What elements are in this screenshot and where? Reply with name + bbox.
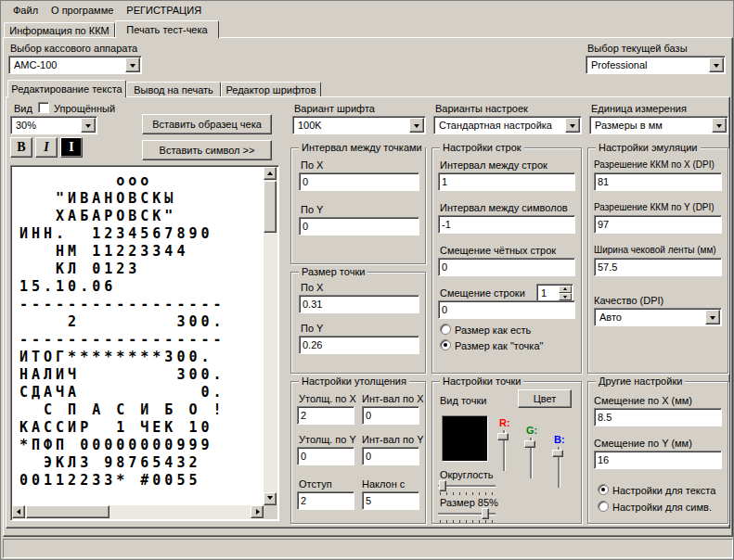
line-shift-spinner[interactable]: 1 [536, 284, 573, 302]
group-dot-interval-title: Интервал между точками [299, 143, 425, 153]
dot-interval-y-input[interactable] [299, 217, 419, 235]
chevron-down-icon [716, 124, 722, 131]
arrow-up-icon [563, 286, 567, 290]
vertical-scroll-thumb[interactable] [264, 181, 277, 233]
roundness-slider[interactable] [438, 480, 496, 495]
vertical-scrollbar[interactable] [264, 167, 277, 505]
dot-size-slider[interactable] [438, 508, 496, 523]
tab-edit-text[interactable]: Редактирование текста [7, 80, 126, 97]
offset-x-input[interactable] [594, 408, 722, 426]
zoom-dropdown-button[interactable] [81, 118, 96, 133]
menu-registration[interactable]: РЕГИСТРАЦИЯ [120, 2, 208, 19]
device-select-combo[interactable]: АМС-100 [8, 56, 142, 74]
group-dot-interval: Интервал между точками По X По Y [290, 147, 426, 264]
dpi-y-input[interactable] [594, 215, 722, 234]
indent-input[interactable] [297, 491, 354, 510]
device-select-value: АМС-100 [14, 59, 57, 70]
tab-kkm-info[interactable]: Информация по ККМ [4, 22, 115, 38]
line-shift-input[interactable] [438, 300, 575, 319]
interval-x-input[interactable] [362, 406, 419, 425]
base-select-label: Выбор текущей базы [587, 43, 688, 54]
tab-print-output[interactable]: Вывод на печать [126, 82, 221, 96]
italic-button[interactable]: I [35, 137, 58, 158]
receipt-preview-area[interactable]: ооо "ИВАНОВСКЫ ХАБАРОВСК" ИНН. 123456789… [10, 165, 279, 521]
units-label: Единица измерения [591, 103, 687, 114]
slider-thumb[interactable] [439, 480, 446, 491]
font-variant-label: Вариант шрифта [294, 103, 375, 114]
scroll-down-button[interactable] [264, 492, 277, 505]
roundness-label: Округлость [440, 469, 494, 480]
slope-input[interactable] [362, 491, 419, 510]
horizontal-scroll-thumb[interactable] [26, 505, 109, 518]
blue-slider-label: B: [554, 434, 565, 445]
even-shift-label: Смещение чётных строк [440, 245, 556, 256]
units-dropdown-button[interactable] [712, 118, 727, 133]
quality-dropdown-button[interactable] [705, 310, 720, 325]
presets-combo[interactable]: Стандартная настройка [433, 116, 582, 134]
offset-y-input[interactable] [594, 451, 722, 469]
horizontal-scrollbar[interactable] [12, 505, 264, 519]
units-combo[interactable]: Размеры в мм [589, 116, 728, 134]
menu-about[interactable]: О программе [45, 2, 120, 19]
thick-x-label: Утолщ. по X [299, 393, 356, 404]
line-interval-input[interactable] [438, 172, 575, 191]
tab-print-test-check[interactable]: Печать тест-чека [115, 20, 219, 38]
spinner-down-button[interactable] [559, 293, 572, 300]
slider-thumb[interactable] [524, 440, 535, 448]
slider-thumb[interactable] [497, 433, 509, 440]
dot-size-percent-label: Размер 85% [440, 497, 498, 508]
settings-for-symbols-radio[interactable] [598, 501, 609, 512]
thick-y-input[interactable] [297, 447, 354, 465]
thick-x-input[interactable] [297, 406, 354, 425]
blue-slider[interactable] [552, 447, 567, 488]
arrow-left-icon [14, 509, 20, 515]
zoom-combo[interactable]: 30% [10, 116, 97, 134]
size-as-is-radio[interactable] [440, 324, 451, 335]
scroll-up-button[interactable] [264, 167, 277, 180]
group-dot-settings: Настройки точки Вид точки Цвет R: G: B: … [431, 381, 582, 524]
simplified-checkbox[interactable] [38, 102, 49, 113]
tape-width-input[interactable] [594, 258, 722, 276]
interval-x-label: Инт-вал по X [362, 393, 423, 404]
inverse-button[interactable]: I [60, 137, 83, 158]
font-variant-combo[interactable]: 100K [292, 116, 426, 134]
insert-symbol-button[interactable]: Вставить символ >> [142, 140, 272, 160]
slider-thumb[interactable] [482, 508, 489, 519]
group-other-settings-title: Другие настройки [596, 376, 685, 387]
quality-combo[interactable]: Авто [594, 308, 722, 326]
font-variant-dropdown-button[interactable] [409, 118, 424, 133]
presets-dropdown-button[interactable] [565, 118, 580, 133]
red-slider[interactable] [497, 430, 512, 471]
menu-file[interactable]: Файл [6, 2, 45, 19]
scroll-right-button[interactable] [251, 505, 264, 518]
slider-thumb[interactable] [552, 450, 563, 457]
even-shift-input[interactable] [438, 258, 575, 276]
interval-y-input[interactable] [362, 447, 419, 465]
chevron-down-icon [85, 124, 91, 131]
bold-button[interactable]: B [10, 137, 32, 158]
dpi-x-input[interactable] [594, 172, 722, 191]
char-interval-input[interactable] [438, 215, 575, 234]
slider-ticks [440, 520, 494, 523]
spinner-up-button[interactable] [559, 286, 572, 293]
settings-for-text-label: Настройки для текста [612, 485, 715, 496]
base-select-dropdown-button[interactable] [709, 57, 724, 72]
tab-font-editor[interactable]: Редактор шрифтов [221, 82, 321, 96]
green-slider[interactable] [524, 438, 539, 478]
group-thickening: Настройки утолщения Утолщ. по X Инт-вал … [290, 381, 426, 524]
dot-size-x-input[interactable] [299, 295, 419, 313]
insert-sample-check-button[interactable]: Вставить образец чека [142, 114, 272, 134]
size-as-dot-radio[interactable] [440, 339, 451, 350]
base-select-combo[interactable]: Professional [586, 56, 726, 74]
device-select-dropdown-button[interactable] [125, 57, 140, 72]
dot-size-y-input[interactable] [299, 336, 419, 354]
scroll-left-button[interactable] [12, 505, 25, 518]
chevron-down-icon [414, 124, 419, 131]
dot-interval-x-input[interactable] [299, 172, 419, 191]
line-interval-label: Интервал между строк [440, 159, 547, 171]
color-button[interactable]: Цвет [518, 389, 572, 408]
offset-x-label: Смещение по X (мм) [594, 395, 692, 406]
thick-y-label: Утолщ. по Y [299, 434, 356, 445]
settings-for-symbols-label: Настройки для симв. [612, 502, 712, 513]
settings-for-text-radio[interactable] [598, 484, 609, 495]
